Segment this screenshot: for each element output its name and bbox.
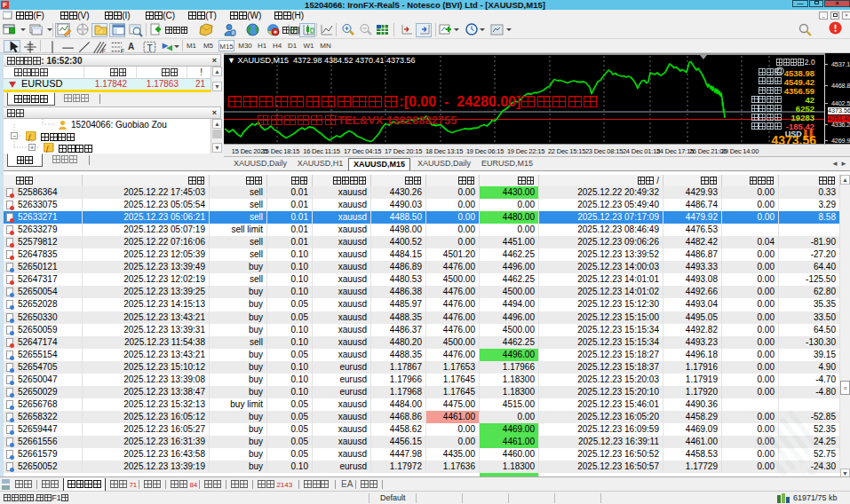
svg-text:F: F <box>102 48 106 54</box>
svg-text:F: F <box>121 48 124 54</box>
svg-text:T: T <box>147 43 154 53</box>
